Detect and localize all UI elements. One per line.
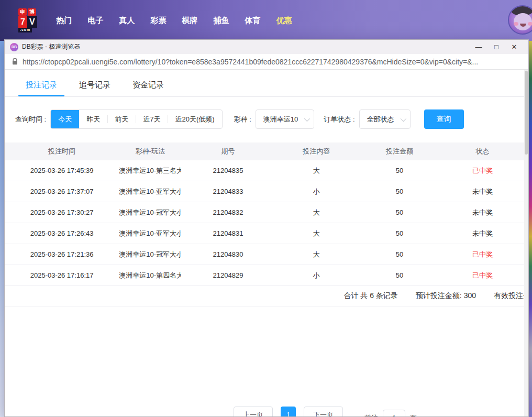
logo-dotcom: .com bbox=[18, 28, 32, 32]
summary-valid-amount: 有效投注金额 bbox=[494, 291, 528, 301]
play-type: 澳洲幸运10-亚军大小 bbox=[119, 229, 181, 238]
background-site-header: 申 博 7 V .com 热门 电子 真人 彩票 棋牌 捕鱼 体育 优惠 bbox=[0, 0, 532, 41]
scrollbar[interactable] bbox=[524, 70, 528, 416]
bet-content: 大 bbox=[275, 250, 358, 259]
bet-time: 2025-03-26 17:37:07 bbox=[5, 188, 119, 195]
tab-chase-records[interactable]: 追号记录 bbox=[79, 74, 110, 96]
nav-item-promo[interactable]: 优惠 bbox=[269, 16, 300, 26]
maximize-button[interactable]: □ bbox=[487, 40, 505, 54]
page-content: 投注记录 追号记录 资金记录 查询时间 : 今天 昨天 前天 近7天 近20天(… bbox=[5, 70, 528, 416]
time-option-today[interactable]: 今天 bbox=[51, 110, 79, 128]
site-logo[interactable]: 申 博 7 V .com bbox=[18, 8, 37, 32]
minimize-button[interactable]: — bbox=[470, 40, 487, 54]
user-avatar[interactable] bbox=[508, 5, 532, 35]
nav-item-live[interactable]: 真人 bbox=[112, 16, 143, 26]
table-header-row: 投注时间 彩种-玩法 期号 投注内容 投注金额 状态 bbox=[5, 142, 524, 160]
header-bet-content: 投注内容 bbox=[275, 147, 358, 156]
header-issue: 期号 bbox=[181, 147, 275, 156]
lock-icon bbox=[12, 58, 18, 65]
bet-amount: 50 bbox=[358, 167, 441, 174]
time-option-last-7-days[interactable]: 近7天 bbox=[136, 110, 168, 128]
tab-fund-records[interactable]: 资金记录 bbox=[132, 74, 164, 96]
goto-page-unit: 页 bbox=[410, 413, 417, 417]
issue: 21204829 bbox=[181, 271, 275, 279]
status-badge: 未中奖 bbox=[441, 187, 524, 196]
search-button[interactable]: 查询 bbox=[424, 109, 464, 129]
logo-seven: 7 bbox=[18, 16, 27, 27]
time-filter-label: 查询时间 : bbox=[15, 115, 46, 124]
issue: 21204835 bbox=[181, 167, 275, 174]
bet-amount: 50 bbox=[358, 271, 441, 279]
status-badge: 未中奖 bbox=[441, 229, 524, 238]
bet-time: 2025-03-26 17:21:36 bbox=[5, 250, 119, 258]
logo-vee: V bbox=[27, 16, 37, 27]
goto-page-group: 前往 页 bbox=[364, 407, 417, 416]
status-badge: 已中奖 bbox=[441, 250, 524, 259]
logo-char-2: 博 bbox=[28, 8, 36, 16]
issue: 21204832 bbox=[181, 208, 275, 216]
nav-item-hot[interactable]: 热门 bbox=[49, 16, 80, 26]
time-option-yesterday[interactable]: 昨天 bbox=[79, 110, 107, 128]
nav-item-sports[interactable]: 体育 bbox=[237, 16, 269, 26]
bet-amount: 50 bbox=[358, 188, 441, 195]
table-row: 2025-03-26 17:16:17 澳洲幸运10-第四名大小 2120482… bbox=[5, 265, 524, 286]
play-type: 澳洲幸运10-冠军大小 bbox=[119, 208, 181, 217]
bet-content: 大 bbox=[275, 229, 358, 238]
url-text[interactable]: https://ctopcp02pcali.uengi5e.com/lotter… bbox=[23, 58, 478, 66]
bet-records-table: 投注时间 彩种-玩法 期号 投注内容 投注金额 状态 2025-03-26 17… bbox=[5, 142, 524, 286]
bet-time: 2025-03-26 17:16:17 bbox=[5, 271, 119, 279]
lottery-filter-label: 彩种 : bbox=[234, 115, 251, 124]
scrollbar-thumb[interactable] bbox=[525, 71, 528, 155]
table-row: 2025-03-26 17:26:43 澳洲幸运10-亚军大小 21204831… bbox=[5, 223, 524, 244]
goto-page-input[interactable] bbox=[383, 410, 405, 416]
goto-label: 前往 bbox=[364, 413, 378, 417]
next-page-button[interactable]: 下一页 bbox=[304, 407, 343, 416]
nav-item-chess[interactable]: 棋牌 bbox=[174, 16, 206, 26]
play-type: 澳洲幸运10-亚军大小 bbox=[119, 187, 181, 196]
issue: 21204833 bbox=[181, 188, 275, 195]
time-range-group: 今天 昨天 前天 近7天 近20天(低频) bbox=[50, 109, 222, 129]
time-option-last-20-days[interactable]: 近20天(低频) bbox=[168, 110, 221, 128]
play-type: 澳洲幸运10-第四名大小 bbox=[119, 271, 181, 280]
window-title: DB彩票 - 极速浏览器 bbox=[22, 42, 80, 51]
play-type: 澳洲幸运10-冠军大小 bbox=[119, 250, 181, 259]
status-badge: 已中奖 bbox=[441, 271, 524, 280]
issue: 21204831 bbox=[181, 229, 275, 237]
time-option-day-before[interactable]: 前天 bbox=[107, 110, 136, 128]
filter-bar: 查询时间 : 今天 昨天 前天 近7天 近20天(低频) 彩种 : 澳洲幸运10… bbox=[5, 97, 528, 129]
window-titlebar[interactable]: DB DB彩票 - 极速浏览器 — □ ✕ bbox=[5, 40, 528, 54]
bet-content: 小 bbox=[275, 187, 358, 196]
prev-page-button[interactable]: 上一页 bbox=[234, 407, 273, 416]
nav-item-slots[interactable]: 电子 bbox=[80, 16, 112, 26]
avatar-blush-right bbox=[528, 22, 532, 26]
header-bet-time: 投注时间 bbox=[5, 147, 119, 156]
close-button[interactable]: ✕ bbox=[505, 40, 523, 54]
table-row: 2025-03-26 17:37:07 澳洲幸运10-亚军大小 21204833… bbox=[5, 181, 524, 202]
table-row: 2025-03-26 17:45:39 澳洲幸运10-第三名大小 2120483… bbox=[5, 160, 524, 181]
bet-content: 大 bbox=[275, 166, 358, 175]
header-status: 状态 bbox=[441, 147, 524, 156]
logo-mid-row: 7 V bbox=[18, 16, 37, 27]
summary-row: 合计 共 6 条记录 预计投注金额: 300 有效投注金额 bbox=[5, 286, 524, 306]
status-badge: 未中奖 bbox=[441, 208, 524, 217]
address-bar[interactable]: https://ctopcp02pcali.uengi5e.com/lotter… bbox=[5, 54, 528, 70]
chevron-down-icon bbox=[400, 115, 406, 121]
nav-menu: 热门 电子 真人 彩票 棋牌 捕鱼 体育 优惠 bbox=[49, 16, 300, 26]
header-play-type: 彩种-玩法 bbox=[119, 147, 181, 156]
order-status-select[interactable]: 全部状态 bbox=[359, 109, 411, 129]
bet-time: 2025-03-26 17:26:43 bbox=[5, 229, 119, 237]
bet-content: 大 bbox=[275, 208, 358, 217]
issue: 21204830 bbox=[181, 250, 275, 258]
lottery-select[interactable]: 澳洲幸运10 bbox=[256, 109, 314, 129]
tab-bet-records[interactable]: 投注记录 bbox=[26, 74, 57, 96]
pagination: 上一页 1 下一页 前往 页 bbox=[63, 407, 528, 416]
bet-amount: 50 bbox=[358, 208, 441, 216]
order-status-label: 订单状态 : bbox=[324, 115, 354, 124]
lottery-select-value: 澳洲幸运10 bbox=[263, 115, 298, 124]
nav-item-lottery[interactable]: 彩票 bbox=[143, 16, 174, 26]
site-nav: 申 博 7 V .com 热门 电子 真人 彩票 棋牌 捕鱼 体育 优惠 bbox=[0, 0, 532, 41]
current-page-button[interactable]: 1 bbox=[281, 407, 296, 416]
order-status-value: 全部状态 bbox=[367, 115, 394, 124]
record-tabs: 投注记录 追号记录 资金记录 bbox=[5, 74, 528, 97]
nav-item-fishing[interactable]: 捕鱼 bbox=[206, 16, 237, 26]
